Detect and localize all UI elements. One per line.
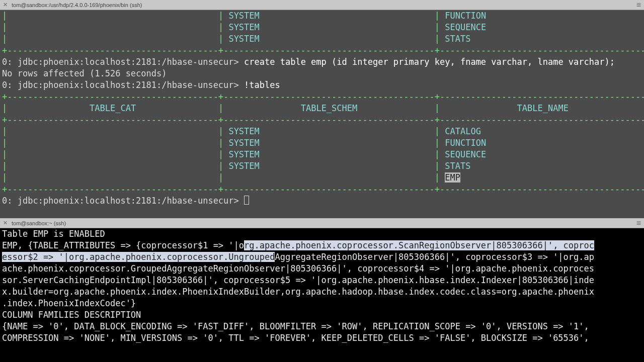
- titlebar-top: ✕ tom@sandbox:/usr/hdp/2.4.0.0-169/phoen…: [0, 0, 644, 10]
- window-title-bottom: tom@sandbox:~ (ssh): [12, 220, 636, 226]
- selected-text: rg.apache.phoenix.coprocessor.ScanRegion…: [244, 240, 594, 250]
- terminal-output-bottom: Table EMP is ENABLED EMP, {TABLE_ATTRIBU…: [0, 228, 644, 344]
- terminal-output-top: | | SYSTEM | FUNCTION | | | SYSTEM: [0, 10, 644, 207]
- close-icon[interactable]: ✕: [3, 2, 8, 8]
- table-name-emp: EMP: [445, 172, 460, 183]
- sql-command-create: create table emp (id integer primary key…: [244, 57, 615, 67]
- terminal-pane-bottom[interactable]: Table EMP is ENABLED EMP, {TABLE_ATTRIBU…: [0, 228, 644, 362]
- terminal-pane-top[interactable]: | | SYSTEM | FUNCTION | | | SYSTEM: [0, 10, 644, 218]
- sql-command-tables: !tables: [244, 80, 280, 90]
- selected-text: essor$2 => '|org.apache.phoenix.coproces…: [2, 252, 275, 262]
- window-title-top: tom@sandbox:/usr/hdp/2.4.0.0-169/phoenix…: [12, 2, 636, 8]
- titlebar-bottom: ✕ tom@sandbox:~ (ssh) ≡: [0, 218, 644, 228]
- hamburger-icon[interactable]: ≡: [636, 220, 641, 226]
- hamburger-icon[interactable]: ≡: [636, 2, 641, 8]
- close-icon[interactable]: ✕: [3, 220, 8, 226]
- cursor-icon: [244, 196, 249, 205]
